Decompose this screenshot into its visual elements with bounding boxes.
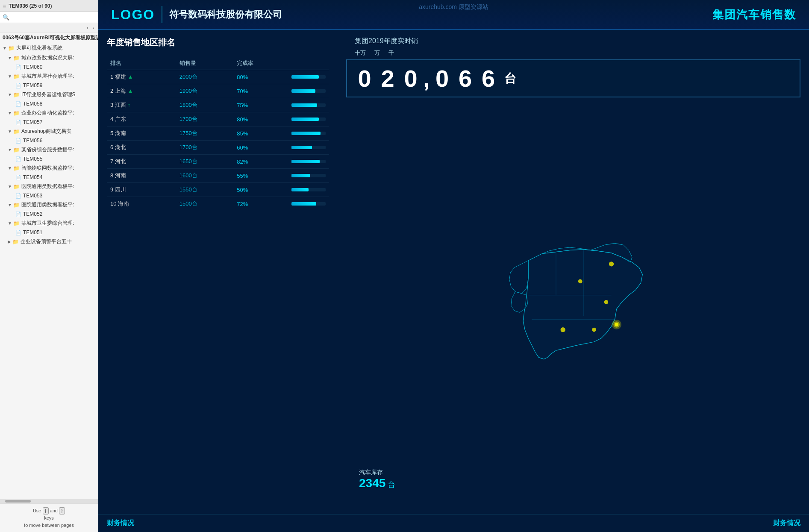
expand-arrow: ▼ bbox=[8, 111, 12, 115]
bar-cell bbox=[288, 112, 329, 126]
sidebar-item-city-gov[interactable]: ▼ 📁 城市政务数据实况大屏: bbox=[0, 53, 98, 63]
folder-icon: 📁 bbox=[13, 147, 20, 153]
sidebar-item-equipment[interactable]: ▶ 📁 企业设备预警平台五十 bbox=[0, 237, 98, 247]
col-sales: 销售量 bbox=[176, 57, 233, 70]
rank-cell: 3 江西↑ bbox=[107, 98, 176, 112]
sidebar-item-hospital2[interactable]: ▼ 📁 医院通用类数据看板平: bbox=[0, 200, 98, 210]
rank-cell: 4 广东 bbox=[107, 112, 176, 126]
sidebar-item-enterprise[interactable]: ▼ 📁 企业办公自动化监控平: bbox=[0, 108, 98, 118]
rank-icon: ▲ bbox=[128, 73, 133, 80]
header-left: LOGO 符号数码科技股份有限公司 bbox=[111, 6, 282, 23]
horizontal-scrollbar[interactable] bbox=[0, 499, 98, 503]
sales-cell: 1900台 bbox=[176, 84, 233, 98]
folder-icon: 📁 bbox=[13, 184, 20, 190]
left-panel: 年度销售地区排名 排名 销售量 完成率 1 福建▲2000台80%2 上海▲19… bbox=[98, 30, 338, 514]
china-map-container: 汽车库存 2345 台 bbox=[346, 103, 800, 507]
bottom-label-finance1: 财务情况 bbox=[107, 519, 134, 528]
expand-arrow: ▼ bbox=[8, 147, 12, 152]
col-rank: 排名 bbox=[107, 57, 176, 70]
search-icon: 🔍 bbox=[3, 14, 9, 21]
col-bar bbox=[288, 57, 329, 70]
digit-5: 6 bbox=[478, 67, 499, 91]
bottom-labels: 财务情况 财务情况 bbox=[98, 514, 809, 532]
footer-text3: to move between pages bbox=[24, 523, 74, 528]
page-icon: 📄 bbox=[15, 83, 21, 88]
rate-cell: 80% bbox=[233, 70, 288, 84]
page-icon: 📄 bbox=[15, 65, 21, 70]
table-row: 6 湖北1700台60% bbox=[107, 141, 329, 155]
folder-icon: 📁 bbox=[12, 239, 19, 245]
sidebar-item-tem060[interactable]: 📄 TEM060 bbox=[0, 63, 98, 71]
sidebar-item-tem058[interactable]: 📄 TEM058 bbox=[0, 100, 98, 108]
sales-cell: 1700台 bbox=[176, 141, 233, 155]
col-rate: 完成率 bbox=[233, 57, 288, 70]
counter-comma: , bbox=[423, 65, 430, 92]
bar-cell bbox=[288, 169, 329, 183]
bar-cell bbox=[288, 197, 329, 211]
expand-arrow: ▼ bbox=[8, 129, 12, 134]
sidebar-item-tem055[interactable]: 📄 TEM055 bbox=[0, 155, 98, 163]
sales-cell: 1550台 bbox=[176, 183, 233, 197]
main-dashboard: axurehub.com 原型资源站 LOGO 符号数码科技股份有限公司 集团汽… bbox=[98, 0, 809, 532]
sidebar-item-tem056[interactable]: 📄 TEM056 bbox=[0, 136, 98, 145]
expand-arrow: ▼ bbox=[8, 92, 12, 97]
digit-3: 0 bbox=[432, 67, 453, 91]
sidebar-search-bar[interactable]: 🔍 bbox=[0, 12, 98, 23]
sidebar-item-hospital1[interactable]: ▼ 📁 医院通用类数据看板平: bbox=[0, 182, 98, 191]
expand-arrow: ▼ bbox=[3, 46, 7, 50]
rank-icon: ▲ bbox=[128, 88, 133, 94]
counter-box: 0 2 0 , 0 6 6 台 bbox=[346, 59, 800, 97]
rate-cell: 85% bbox=[233, 126, 288, 141]
right-panel: 集团2019年度实时销 十万 万 千 0 2 0 , 0 6 6 台 bbox=[338, 30, 809, 514]
sidebar-item-dashboards[interactable]: ▼ 📁 大屏可视化看板系统 bbox=[0, 43, 98, 53]
sidebar-item-health[interactable]: ▼ 📁 某城市卫生委综合管理: bbox=[0, 218, 98, 228]
rank-icon: ↑ bbox=[128, 102, 131, 108]
sidebar-item-tem052[interactable]: 📄 TEM052 bbox=[0, 210, 98, 218]
rank-cell: 6 湖北 bbox=[107, 141, 176, 155]
nav-back-button[interactable]: ‹ bbox=[85, 25, 90, 31]
sidebar-item-tem059[interactable]: 📄 TEM059 bbox=[0, 81, 98, 90]
sales-table: 排名 销售量 完成率 1 福建▲2000台80%2 上海▲1900台70%3 江… bbox=[107, 57, 329, 211]
rate-cell: 72% bbox=[233, 197, 288, 211]
table-row: 7 河北1650台82% bbox=[107, 155, 329, 169]
expand-arrow: ▼ bbox=[8, 203, 12, 207]
sidebar-item-iot[interactable]: ▼ 📁 智能物联网数据监控平: bbox=[0, 163, 98, 173]
folder-icon: 📁 bbox=[13, 73, 20, 79]
expand-arrow: ▼ bbox=[8, 56, 12, 60]
rank-cell: 9 四川 bbox=[107, 183, 176, 197]
bar-cell bbox=[288, 98, 329, 112]
sidebar-item-province[interactable]: ▼ 📁 某省份综合服务数据平: bbox=[0, 145, 98, 155]
header-divider bbox=[162, 6, 162, 23]
bar-cell bbox=[288, 183, 329, 197]
sidebar-item-tem054[interactable]: 📄 TEM054 bbox=[0, 173, 98, 182]
sidebar-item-tem051[interactable]: 📄 TEM051 bbox=[0, 228, 98, 237]
folder-icon: 📁 bbox=[13, 55, 20, 61]
sales-cell: 1600台 bbox=[176, 169, 233, 183]
sidebar-item-it[interactable]: ▼ 📁 IT行业服务器运维管理S bbox=[0, 90, 98, 100]
nav-forward-button[interactable]: › bbox=[91, 25, 95, 31]
sidebar-item-community[interactable]: ▼ 📁 某城市基层社会治理平: bbox=[0, 71, 98, 81]
header-logo: LOGO bbox=[111, 7, 155, 23]
header-company: 符号数码科技股份有限公司 bbox=[169, 8, 282, 21]
sales-cell: 2000台 bbox=[176, 70, 233, 84]
stock-info: 汽车库存 2345 台 bbox=[359, 469, 395, 490]
bar-cell bbox=[288, 84, 329, 98]
page-icon: 📄 bbox=[15, 138, 21, 144]
map-dot-southeast bbox=[615, 323, 618, 326]
bar-cell bbox=[288, 70, 329, 84]
footer-text-and: and bbox=[50, 508, 59, 513]
section-title-sales: 年度销售地区排名 bbox=[107, 37, 329, 48]
key-left: { bbox=[43, 507, 49, 514]
sales-cell: 1650台 bbox=[176, 155, 233, 169]
sales-cell: 1700台 bbox=[176, 112, 233, 126]
sidebar-item-tem057[interactable]: 📄 TEM057 bbox=[0, 118, 98, 126]
scrollbar-thumb[interactable] bbox=[5, 500, 31, 503]
key-right: } bbox=[59, 507, 65, 514]
bar-cell bbox=[288, 141, 329, 155]
search-input[interactable] bbox=[11, 15, 95, 21]
sidebar-item-tem053[interactable]: 📄 TEM053 bbox=[0, 191, 98, 200]
stock-value-row: 2345 台 bbox=[359, 476, 395, 490]
sidebar-item-axureshop[interactable]: ▼ 📁 Axureshop商城交易实 bbox=[0, 126, 98, 136]
expand-arrow: ▼ bbox=[8, 221, 12, 226]
table-row: 9 四川1550台50% bbox=[107, 183, 329, 197]
